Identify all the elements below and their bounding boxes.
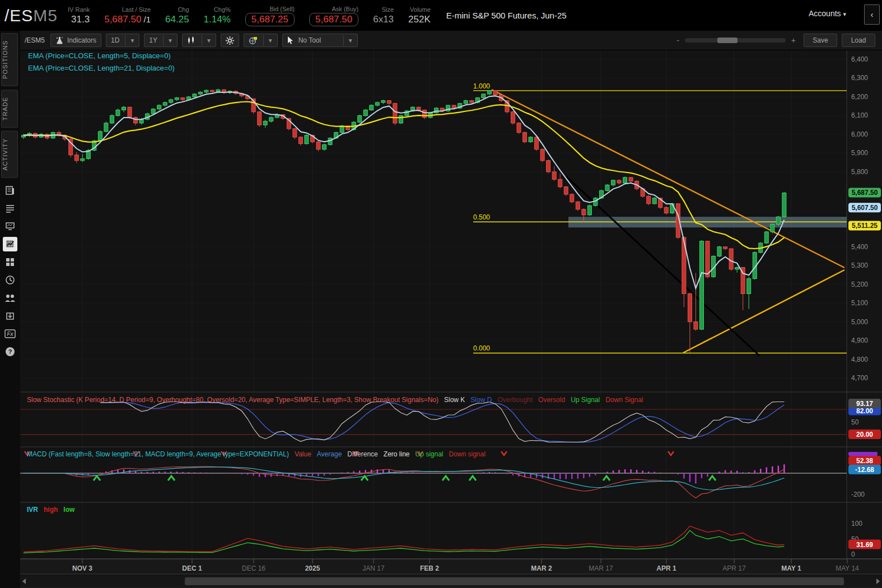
collapse-panel-button[interactable]: ‹	[864, 4, 880, 25]
svg-text:31.69: 31.69	[856, 541, 873, 549]
date-tick-label: MAY 1	[781, 564, 801, 572]
stochastic-legend[interactable]: Slow Stochastic (K Period=14, D Period=9…	[27, 396, 643, 404]
ivr-axis-label: 0	[851, 550, 855, 558]
svg-text:20.00: 20.00	[856, 431, 873, 438]
price-badge-5,511.25: 5,511.25	[848, 221, 881, 230]
price-tick: 4,800	[851, 356, 868, 363]
scrollbar-handle[interactable]	[185, 577, 844, 585]
price-tick: 5,800	[851, 168, 868, 176]
sidebar-icons: Fx?	[0, 181, 20, 361]
community-icon[interactable]	[3, 291, 17, 305]
date-tick-label: 2025	[305, 564, 320, 572]
date-tick-label: NOV 3	[72, 564, 92, 572]
ivr-badge: 31.69	[848, 540, 881, 549]
fib-label: 0.500	[473, 213, 490, 221]
candle-chart-icon	[187, 36, 196, 44]
chart-area[interactable]: 1.0000.5000.000EMA (Price=CLOSE, Length=…	[20, 50, 882, 588]
date-tick-label: MAR 17	[589, 564, 613, 572]
dashboard-icon[interactable]	[3, 255, 17, 269]
svg-text:5,607.50: 5,607.50	[852, 204, 878, 212]
price-tick: 5,100	[851, 299, 868, 307]
svg-text:?: ?	[8, 348, 12, 355]
accounts-menu[interactable]: Accounts ▾	[809, 9, 846, 18]
quote-field-iv-rank: IV Rank31.3	[68, 6, 90, 26]
range-dropdown[interactable]: 1Y▼	[144, 34, 178, 47]
ema-legend-0[interactable]: EMA (Price=CLOSE, Length=5, Displace=0)	[28, 52, 171, 60]
indicators-button[interactable]: Indicators	[50, 34, 101, 47]
help-icon[interactable]: ?	[3, 344, 17, 359]
timeframe-dropdown[interactable]: 1D▼	[106, 34, 139, 47]
quote-field-volume: Volume252K	[408, 6, 431, 26]
price-tick: 5,200	[851, 281, 868, 288]
quote-field-ask-buy[interactable]: Ask (Buy)5,687.50	[309, 5, 358, 26]
svg-text:93.17: 93.17	[856, 400, 873, 408]
zoom-in-button[interactable]: +	[791, 36, 796, 45]
date-tick-label: JAN 17	[362, 564, 385, 572]
monitor-icon[interactable]	[3, 219, 17, 234]
svg-text:5,687.50: 5,687.50	[852, 189, 878, 197]
date-tick-label: MAY 14	[836, 564, 859, 572]
price-tick: 6,400	[851, 55, 868, 63]
chart-settings-button[interactable]	[221, 34, 239, 47]
stoch-badge-oversold: 20.00	[848, 430, 881, 439]
quote-header: /ESM5 IV Rank31.3Last / Size5,687.50 /1C…	[0, 0, 882, 31]
chevron-down-icon: ▾	[843, 11, 846, 17]
chart-type-dropdown[interactable]: ▼	[182, 34, 216, 47]
zoom-slider-handle[interactable]	[717, 38, 738, 43]
price-tick: 6,300	[851, 74, 868, 82]
quote-field-bid-sell[interactable]: Bid (Sell)5,687.25	[245, 5, 295, 26]
zoom-out-button[interactable]: -	[676, 36, 679, 45]
chevron-down-icon: ▼	[343, 35, 357, 46]
symbol-title: /ESM5	[4, 6, 58, 25]
chart-scrollbar[interactable]	[20, 576, 882, 587]
price-tick: 6,200	[851, 93, 868, 101]
macd-average-badge: -12.68	[848, 465, 881, 474]
svg-text:Fx: Fx	[7, 331, 13, 337]
ivr-axis-label: 100	[851, 520, 862, 528]
macd-value-badge: 52.38	[848, 456, 881, 465]
active-tool-dropdown[interactable]: No Tool ▼	[282, 34, 358, 47]
macd-diff-badge	[848, 452, 878, 456]
indicators-flask-icon	[55, 36, 64, 45]
fx-icon[interactable]: Fx	[3, 326, 17, 341]
price-tick: 5,300	[851, 262, 868, 269]
zoom-slider[interactable]	[685, 38, 786, 43]
chart-grid-icon[interactable]	[3, 237, 17, 251]
price-tick: 5,400	[851, 243, 868, 251]
fib-label: 0.000	[473, 344, 490, 352]
chevron-left-icon: ‹	[871, 10, 874, 19]
sidebar-tab-activity[interactable]: ACTIVITY	[1, 131, 18, 178]
watchlist-icon[interactable]	[3, 201, 17, 216]
gear-icon	[226, 36, 234, 45]
ema-legend-1[interactable]: EMA (Price=CLOSE, Length=21, Displace=0)	[28, 64, 175, 72]
sidebar-tab-trade[interactable]: TRADE	[1, 90, 18, 128]
price-badge-5,607.50: 5,607.50	[848, 203, 881, 212]
price-tick: 4,700	[851, 374, 868, 382]
date-tick-label: MAR 2	[531, 564, 552, 572]
drawing-tools-dropdown[interactable]: ▼	[244, 34, 278, 47]
quote-field-change-pct: Chg%1.14%	[204, 6, 231, 26]
chart-canvas[interactable]: 1.0000.5000.000EMA (Price=CLOSE, Length=…	[20, 50, 882, 588]
cursor-icon	[287, 36, 294, 44]
sidebar-tab-positions[interactable]: POSITIONS	[1, 33, 18, 86]
save-button[interactable]: Save	[804, 34, 837, 47]
svg-text:5,511.25: 5,511.25	[852, 222, 878, 230]
chevron-down-icon: ▼	[263, 35, 277, 46]
load-button[interactable]: Load	[842, 34, 875, 47]
history-clock-icon[interactable]	[3, 273, 17, 287]
quote-fields: IV Rank31.3Last / Size5,687.50 /1Chg64.2…	[68, 5, 445, 26]
drawing-grid-icon	[249, 36, 258, 45]
macd-axis-label: -200	[851, 491, 865, 498]
svg-text:52.38: 52.38	[856, 457, 873, 465]
date-tick-label: DEC 1	[182, 564, 202, 572]
stoch-badge-slowk: 93.17	[848, 399, 881, 408]
price-tick: 4,900	[851, 337, 868, 344]
inbox-icon[interactable]	[3, 309, 17, 323]
macd-legend[interactable]: MACD (Fast length=8, Slow length=21, MAC…	[27, 450, 486, 458]
quote-field-change: Chg64.25	[165, 6, 189, 26]
instrument-name: E-mini S&P 500 Futures, Jun-25	[446, 11, 567, 20]
date-tick-label: FEB 2	[420, 564, 439, 572]
ivr-legend[interactable]: IVRhighlow	[27, 506, 75, 514]
news-icon[interactable]	[3, 183, 17, 198]
chevron-down-icon: ▼	[202, 35, 216, 46]
